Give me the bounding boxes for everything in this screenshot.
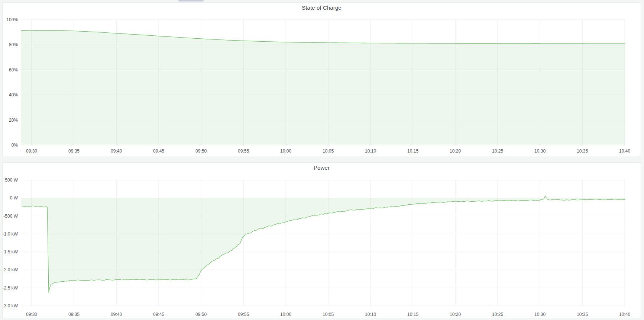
x-axis-tick-label: 09:45 xyxy=(153,148,164,154)
x-axis-tick-label: 09:35 xyxy=(68,312,80,317)
x-axis-tick-label: 10:00 xyxy=(280,312,291,317)
y-axis-tick-label: 100% xyxy=(6,17,18,22)
y-axis-tick-label: -2.0 kW xyxy=(3,267,18,272)
x-axis-tick-label: 10:40 xyxy=(619,312,630,317)
series-area xyxy=(21,31,625,145)
x-axis-tick-label: 10:35 xyxy=(577,312,588,317)
x-axis-tick-label: 10:05 xyxy=(323,312,334,317)
screen-edge-artifact xyxy=(178,0,204,1)
x-axis-tick-label: 10:30 xyxy=(534,148,546,154)
y-axis-tick-label: -2.5 kW xyxy=(3,285,18,291)
x-axis-tick-label: 10:25 xyxy=(492,148,503,154)
y-axis-tick-label: -500 W xyxy=(3,214,18,219)
x-axis-tick-label: 10:20 xyxy=(450,148,461,154)
y-axis-tick-label: -1.0 kW xyxy=(3,231,18,237)
y-axis-tick-label: 0% xyxy=(12,143,18,148)
y-axis-tick-label: 40% xyxy=(9,92,18,97)
x-axis-tick-label: 09:30 xyxy=(26,312,37,317)
x-axis-tick-label: 10:30 xyxy=(534,312,546,317)
x-axis-tick-label: 10:25 xyxy=(492,312,503,317)
y-axis-tick-label: 500 W xyxy=(5,177,18,183)
x-axis-tick-label: 09:55 xyxy=(238,312,249,317)
x-axis-tick-label: 10:15 xyxy=(407,312,418,317)
y-axis-tick-label: -1.5 kW xyxy=(3,249,18,255)
x-axis-tick-label: 09:35 xyxy=(68,148,80,154)
power-panel: 500 W0 W-500 W-1.0 kW-1.5 kW-2.0 kW-2.5 … xyxy=(2,162,641,318)
x-axis-tick-label: 10:00 xyxy=(280,148,291,154)
x-axis-tick-label: 10:10 xyxy=(365,312,376,317)
x-axis-tick-label: 10:05 xyxy=(323,148,334,154)
x-axis-tick-label: 10:20 xyxy=(450,312,461,317)
x-axis-tick-label: 10:35 xyxy=(577,148,588,154)
state-of-charge-panel: 100%80%60%40%20%0%09:3009:3509:4009:4509… xyxy=(2,2,641,156)
x-axis-tick-label: 09:40 xyxy=(111,312,122,317)
y-axis-tick-label: -3.0 kW xyxy=(3,303,18,308)
x-axis-tick-label: 10:40 xyxy=(619,148,630,154)
power-chart: 500 W0 W-500 W-1.0 kW-1.5 kW-2.0 kW-2.5 … xyxy=(3,163,641,318)
x-axis-tick-label: 10:15 xyxy=(407,148,418,154)
y-axis-tick-label: 20% xyxy=(9,118,18,123)
series-area xyxy=(21,196,625,292)
y-axis-tick-label: 80% xyxy=(9,42,18,47)
y-axis-tick-label: 0 W xyxy=(10,195,18,201)
x-axis-tick-label: 09:50 xyxy=(195,312,207,317)
panel-title-power[interactable]: Power xyxy=(3,164,641,171)
y-axis-tick-label: 60% xyxy=(9,67,18,73)
x-axis-tick-label: 09:45 xyxy=(153,312,164,317)
x-axis-tick-label: 09:50 xyxy=(195,148,207,154)
x-axis-tick-label: 10:10 xyxy=(365,148,376,154)
panel-title-state-of-charge[interactable]: State of Charge xyxy=(3,4,641,11)
dashboard: { "theme": { "page_background": "#f4f5f5… xyxy=(0,0,644,320)
x-axis-tick-label: 09:55 xyxy=(238,148,249,154)
state-of-charge-chart: 100%80%60%40%20%0%09:3009:3509:4009:4509… xyxy=(3,3,641,156)
x-axis-tick-label: 09:30 xyxy=(26,148,37,154)
x-axis-tick-label: 09:40 xyxy=(111,148,122,154)
